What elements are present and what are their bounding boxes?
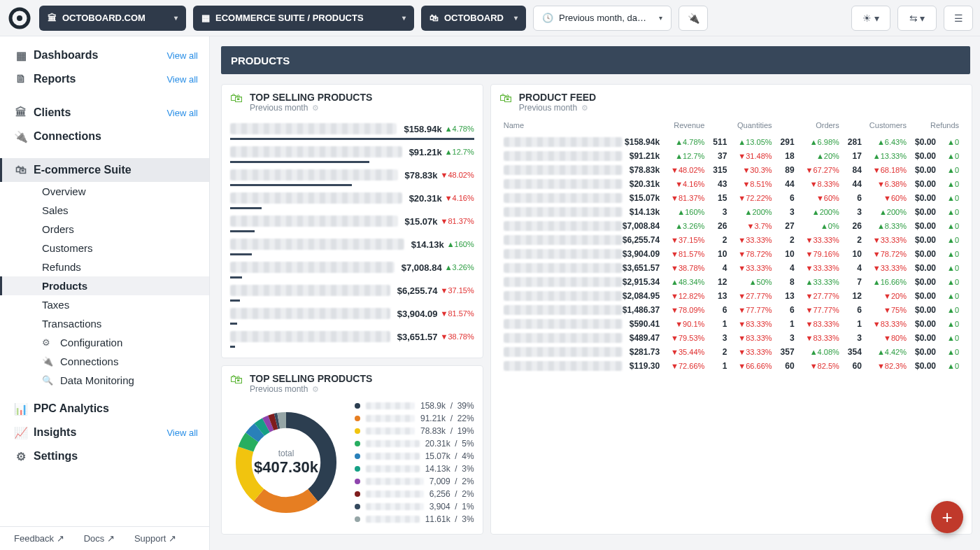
feed-table: NameRevenueQuantitiesOrdersCustomersRefu… — [499, 118, 963, 373]
svg-point-1 — [17, 15, 22, 21]
feedback-link[interactable]: Feedback ↗ — [14, 533, 64, 544]
legend-label-blurred — [366, 503, 424, 510]
sidebar-item-ppc-analytics[interactable]: 📊PPC Analytics — [0, 397, 209, 421]
feed-row: $489.47▼79.53%3▼83.33%3▼83.33%3▼80%$0.00… — [499, 331, 963, 345]
share-dropdown[interactable]: ⇆ ▾ — [897, 6, 937, 31]
view-all-link[interactable]: View all — [166, 50, 198, 61]
card-title: PRODUCT FEED — [519, 92, 596, 103]
support-link[interactable]: Support ↗ — [134, 533, 176, 544]
sidebar-icon: ▦ — [11, 49, 31, 62]
plug-button[interactable]: 🔌 — [679, 6, 708, 31]
product-name-blurred — [230, 239, 404, 250]
card-subtitle: Previous month — [250, 384, 308, 394]
legend-dot — [355, 504, 360, 509]
product-name-blurred — [230, 146, 402, 157]
donut-legend: 158.9k / 39%91.21k / 22%78.83k / 19%20.3… — [355, 400, 474, 526]
sidebar-subitem-orders[interactable]: Orders — [0, 220, 209, 239]
sidebar-subitem-taxes[interactable]: Taxes — [0, 295, 209, 314]
row-value: $3,651.57 — [397, 332, 438, 342]
product-name-blurred — [504, 305, 623, 315]
subitem-icon: ⚙ — [42, 337, 56, 348]
legend-label-blurred — [366, 516, 420, 523]
sidebar-subitem-transactions[interactable]: Transactions — [0, 314, 209, 333]
card-title: TOP SELLING PRODUCTS — [250, 92, 372, 103]
view-all-link[interactable]: View all — [166, 428, 198, 438]
card-title: TOP SELLING PRODUCTS — [250, 373, 372, 384]
top-selling-row: $14.13k▲160% — [230, 234, 474, 255]
view-all-link[interactable]: View all — [166, 108, 198, 118]
legend-label-blurred — [366, 465, 420, 472]
sidebar-subitem-products[interactable]: Products — [0, 276, 209, 295]
product-name-blurred — [504, 361, 623, 371]
docs-link[interactable]: Docs ↗ — [84, 533, 115, 544]
grid-icon: ▦ — [201, 13, 210, 23]
sidebar-subitem-connections[interactable]: 🔌Connections — [0, 352, 209, 371]
sidebar-item-label: E-commerce Suite — [34, 164, 132, 176]
org-dropdown[interactable]: 🏛 OCTOBOARD.COM ▾ — [39, 6, 186, 31]
sidebar-item-label: Dashboards — [34, 49, 98, 62]
sidebar-item-label: Clients — [34, 106, 71, 119]
sidebar-item-insights[interactable]: 📈InsightsView all — [0, 421, 209, 444]
legend-row: 14.13k / 3% — [355, 463, 474, 475]
app-logo[interactable] — [7, 6, 32, 31]
product-name-blurred — [504, 151, 623, 161]
legend-dot — [355, 466, 360, 472]
product-name-blurred — [504, 347, 623, 357]
subitem-label: Overview — [42, 185, 86, 197]
theme-dropdown[interactable]: ☀ ▾ — [851, 6, 890, 31]
feed-row: $119.30▼72.66%1▼66.66%60▼82.5%60▼82.3%$0… — [499, 359, 963, 373]
row-value: $78.83k — [405, 170, 438, 181]
sidebar-subitem-sales[interactable]: Sales — [0, 201, 209, 220]
product-name-blurred — [230, 123, 397, 134]
daterange-dropdown[interactable]: 🕓 Previous month, da… ▾ — [533, 6, 672, 31]
subitem-label: Transactions — [42, 318, 101, 330]
chevron-down-icon: ▾ — [402, 14, 406, 22]
legend-label-blurred — [366, 478, 424, 485]
legend-row: 78.83k / 19% — [355, 425, 474, 437]
gear-icon[interactable]: ⚙ — [581, 104, 588, 113]
feed-row: $14.13k▲160%3▲200%3▲200%3▲200%$0.00▲0 — [499, 205, 963, 219]
sidebar-item-settings[interactable]: ⚙Settings — [0, 444, 209, 468]
row-delta: ▼4.16% — [445, 194, 474, 202]
menu-button[interactable]: ☰ — [944, 6, 973, 31]
legend-label-blurred — [366, 402, 415, 409]
product-name-blurred — [504, 193, 623, 203]
donut-total-label: total — [278, 449, 294, 458]
gear-icon[interactable]: ⚙ — [312, 104, 319, 113]
sidebar-subitem-refunds[interactable]: Refunds — [0, 258, 209, 276]
top-selling-row: $3,904.09▼81.57% — [230, 303, 474, 324]
sidebar-item-e-commerce-suite[interactable]: 🛍E-commerce Suite — [0, 158, 209, 182]
add-fab[interactable]: + — [931, 501, 963, 533]
legend-value: 14.13k / 3% — [425, 464, 474, 474]
legend-value: 7,009 / 2% — [429, 477, 474, 486]
legend-label-blurred — [366, 415, 415, 422]
sidebar-item-reports[interactable]: 🗎ReportsView all — [0, 67, 209, 91]
sidebar-subitem-configuration[interactable]: ⚙Configuration — [0, 333, 209, 352]
subitem-label: Sales — [42, 204, 69, 216]
org-label: OCTOBOARD.COM — [62, 13, 145, 23]
sidebar-icon: 🔌 — [11, 130, 31, 143]
sidebar-item-dashboards[interactable]: ▦DashboardsView all — [0, 43, 209, 67]
top-bar: 🏛 OCTOBOARD.COM ▾ ▦ ECOMMERCE SUITE / PR… — [0, 0, 980, 36]
legend-dot — [355, 516, 360, 522]
product-name-blurred — [230, 169, 398, 181]
feed-row: $91.21k▲12.7%37▼31.48%18▲20%17▲13.33%$0.… — [499, 149, 963, 163]
subitem-icon: 🔌 — [42, 356, 56, 367]
sidebar-subitem-data-monitoring[interactable]: 🔍Data Monitoring — [0, 371, 209, 390]
gear-icon[interactable]: ⚙ — [312, 385, 319, 394]
brand-dropdown[interactable]: 🛍 OCTOBOARD ▾ — [421, 6, 526, 31]
sidebar-subitem-overview[interactable]: Overview — [0, 182, 209, 201]
sidebar-item-connections[interactable]: 🔌Connections — [0, 125, 209, 148]
view-all-link[interactable]: View all — [166, 74, 198, 85]
legend-row: 6,256 / 2% — [355, 488, 474, 500]
suite-dropdown[interactable]: ▦ ECOMMERCE SUITE / PRODUCTS ▾ — [193, 6, 414, 31]
sidebar-item-clients[interactable]: 🏛ClientsView all — [0, 101, 209, 125]
chevron-down-icon: ▾ — [659, 14, 662, 22]
subitem-label: Connections — [60, 355, 118, 367]
row-delta: ▲3.26% — [445, 263, 474, 272]
chevron-down-icon: ▾ — [514, 14, 518, 22]
row-value: $14.13k — [411, 239, 444, 250]
sidebar-subitem-customers[interactable]: Customers — [0, 239, 209, 258]
donut-chart: total $407.30k — [230, 407, 342, 519]
feed-row: $158.94k▲4.78%511▲13.05%291▲6.98%281▲6.4… — [499, 135, 963, 149]
